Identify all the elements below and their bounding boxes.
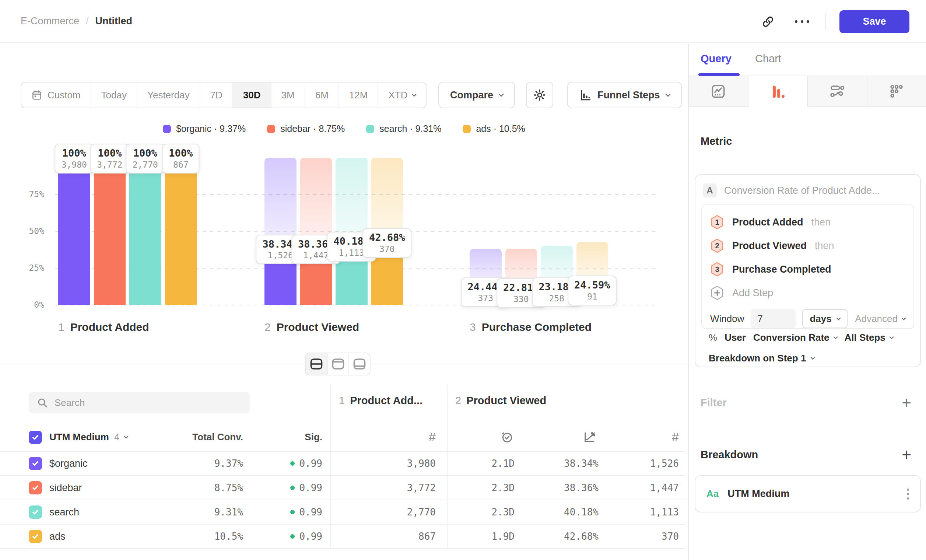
- funnel-bar-ads-step1[interactable]: 100%867: [165, 158, 197, 305]
- chart-type-selector[interactable]: Funnel Steps: [567, 82, 682, 108]
- metric-selector[interactable]: Conversion Rate: [753, 332, 837, 344]
- legend-item-search[interactable]: search · 9.31%: [366, 123, 441, 134]
- search-input[interactable]: [54, 397, 242, 409]
- range-toolbar: CustomTodayYesterday7D30D3M6M12MXTD: [21, 82, 427, 108]
- legend-item-organic[interactable]: $organic · 9.37%: [163, 123, 246, 134]
- funnel-steps-icon: [579, 89, 592, 101]
- tab-funnels[interactable]: [749, 76, 808, 107]
- table-group-step2[interactable]: 2 Product Viewed: [455, 395, 546, 407]
- table-row-organic[interactable]: $organic9.37%0.993,9802.1D38.34%1,526: [0, 452, 685, 476]
- scope-selector[interactable]: All Steps: [844, 332, 893, 344]
- bar-percent: 100%: [62, 147, 87, 159]
- count-column-icon[interactable]: #: [672, 423, 679, 451]
- range-custom[interactable]: Custom: [21, 83, 91, 107]
- layout-table-only-button[interactable]: [348, 353, 370, 375]
- y-axis-label: 0%: [11, 300, 44, 309]
- breadcrumb-report-title[interactable]: Untitled: [95, 15, 133, 27]
- table-row-ads[interactable]: ads10.5%0.998671.9D42.68%370: [0, 525, 685, 549]
- breakdown-on-selector[interactable]: Breakdown on Step 1: [709, 353, 814, 364]
- tab-chart[interactable]: Chart: [755, 53, 781, 65]
- range-7d[interactable]: 7D: [200, 83, 232, 107]
- range-today[interactable]: Today: [91, 83, 137, 107]
- range-30d[interactable]: 30D: [232, 83, 271, 107]
- compare-button[interactable]: Compare: [438, 82, 515, 108]
- range-label: 30D: [243, 89, 261, 101]
- sig-header[interactable]: Sig.: [305, 423, 322, 451]
- breakdown-options-button[interactable]: [907, 489, 909, 499]
- range-label: Yesterday: [147, 89, 190, 101]
- chart-legend: $organic · 9.37%sidebar · 8.75%search · …: [0, 123, 688, 134]
- flows-icon: [829, 84, 845, 99]
- range-3m[interactable]: 3M: [271, 83, 305, 107]
- copy-link-button[interactable]: [758, 11, 778, 32]
- tab-retention[interactable]: [867, 76, 926, 107]
- tab-insights[interactable]: [689, 76, 749, 107]
- bar-value-label: 42.68%370: [362, 228, 412, 258]
- funnel-bar-sidebar-step2[interactable]: 38.36%1,447: [300, 158, 332, 305]
- legend-swatch: [366, 125, 374, 133]
- step-number: 3: [470, 321, 476, 333]
- add-breakdown-button[interactable]: +: [902, 446, 911, 463]
- bar-segment: [94, 158, 126, 305]
- step-event-name: Product Viewed: [732, 240, 806, 252]
- count-column-icon[interactable]: #: [429, 423, 436, 451]
- range-6m[interactable]: 6M: [305, 83, 339, 107]
- funnel-bar-ads-step2[interactable]: 42.68%370: [371, 158, 403, 305]
- breakdown-column-header[interactable]: UTM Medium 4: [49, 423, 128, 451]
- clock-check-icon: [501, 431, 513, 443]
- query-step-1[interactable]: 1Product Addedthen: [710, 210, 905, 234]
- bottom-pane-icon: [353, 358, 366, 370]
- range-xtd[interactable]: XTD: [378, 83, 426, 107]
- window-value-input[interactable]: [750, 309, 796, 328]
- svg-text:2: 2: [715, 242, 719, 250]
- select-all-checkbox[interactable]: [29, 423, 42, 451]
- window-unit-select[interactable]: days: [802, 309, 847, 328]
- window-unit-label: days: [809, 313, 831, 325]
- add-filter-button[interactable]: +: [902, 395, 911, 411]
- entity-selector[interactable]: User: [725, 332, 746, 344]
- breadcrumb-project[interactable]: E-Commerce: [21, 15, 79, 27]
- metric-label: Conversion Rate: [753, 332, 829, 344]
- then-label: then: [811, 216, 831, 228]
- breakdown-property-card[interactable]: Aa UTM Medium: [694, 475, 921, 513]
- funnel-bar-ads-step3[interactable]: 24.59%91: [576, 158, 608, 305]
- funnel-bar-organic-step2[interactable]: 38.34%1,526: [265, 158, 297, 305]
- conversion-rate-icon[interactable]: [583, 423, 596, 451]
- time-to-convert-icon[interactable]: [501, 423, 513, 451]
- range-yesterday[interactable]: Yesterday: [137, 83, 200, 107]
- funnel-bar-organic-step1[interactable]: 100%3,980: [58, 158, 90, 305]
- total-conversion-value: 9.37%: [214, 452, 243, 475]
- range-12m[interactable]: 12M: [339, 83, 378, 107]
- layout-chart-only-button[interactable]: [327, 353, 348, 375]
- step1-count: 867: [418, 525, 436, 548]
- advanced-toggle[interactable]: Advanced: [855, 313, 905, 325]
- table-row-search[interactable]: search9.31%0.992,7702.3D40.18%1,113: [0, 500, 685, 525]
- funnel-bar-sidebar-step1[interactable]: 100%3,772: [94, 158, 126, 305]
- layout-split-button[interactable]: [306, 353, 327, 375]
- step-number: 2: [455, 395, 461, 407]
- legend-item-sidebar[interactable]: sidebar · 8.75%: [267, 123, 345, 134]
- row-checkbox[interactable]: [29, 525, 42, 548]
- add-step-button[interactable]: Add Step: [710, 281, 905, 305]
- table-header-row: UTM Medium 4 Total Conv. Sig. #: [0, 423, 685, 451]
- query-step-3[interactable]: 3Purchase Completed: [710, 257, 905, 281]
- table-group-step1[interactable]: 1 Product Add...: [339, 395, 422, 407]
- total-conv-header[interactable]: Total Conv.: [192, 423, 243, 451]
- row-checkbox[interactable]: [29, 476, 42, 499]
- chart-settings-button[interactable]: [526, 82, 553, 108]
- bar-group-step3: 24.44%37322.81%33023.18%25824.59%91: [470, 158, 608, 305]
- tab-query[interactable]: Query: [701, 53, 732, 65]
- legend-item-ads[interactable]: ads · 10.5%: [463, 123, 525, 134]
- funnel-bar-search-step1[interactable]: 100%2,770: [129, 158, 161, 305]
- bar-value-label: 100%2,770: [126, 144, 165, 174]
- save-button[interactable]: Save: [840, 10, 909, 33]
- tab-flows[interactable]: [808, 76, 867, 107]
- row-checkbox[interactable]: [29, 452, 42, 475]
- more-menu-button[interactable]: [791, 11, 812, 32]
- metric-series-row[interactable]: A Conversion Rate of Product Adde...: [703, 182, 913, 198]
- bar-value-label: 100%3,772: [90, 144, 129, 174]
- table-row-sidebar[interactable]: sidebar8.75%0.993,7722.3D38.36%1,447: [0, 476, 685, 500]
- query-step-2[interactable]: 2Product Viewedthen: [710, 234, 905, 257]
- row-checkbox[interactable]: [29, 500, 42, 524]
- bar-group-step2: 38.34%1,52638.36%1,44740.18%1,11342.68%3…: [265, 158, 403, 305]
